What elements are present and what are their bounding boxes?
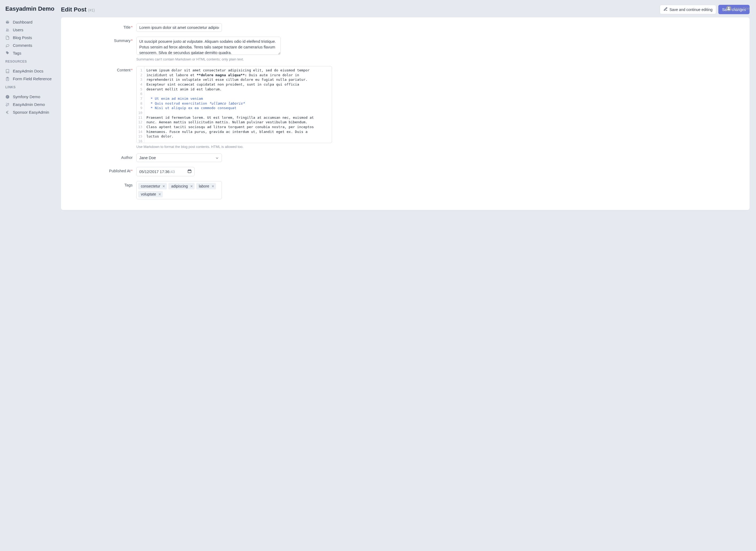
sidebar-item-users[interactable]: Users (0, 26, 61, 34)
sidebar-item-dashboard[interactable]: Dashboard (0, 18, 61, 26)
nav-label: Comments (13, 43, 32, 48)
summary-help: Summaries can't contain Markdown or HTML… (136, 57, 334, 61)
file-icon (5, 36, 10, 40)
brand-title: Easyadmin Demo (0, 5, 61, 16)
sidebar-item-easyadmin-demo[interactable]: EasyAdmin Demo (0, 101, 61, 108)
svg-point-0 (6, 29, 7, 30)
tag-remove-icon[interactable]: ✕ (158, 192, 161, 196)
symfony-icon (5, 95, 10, 99)
sidebar: Easyadmin Demo DashboardUsersBlog PostsC… (0, 0, 61, 551)
gauge-icon (5, 20, 10, 24)
label-content: Content* (67, 66, 136, 72)
avatar-icon (726, 6, 731, 11)
euro-icon (5, 110, 10, 114)
label-author: Author (67, 153, 136, 160)
author-select[interactable]: Jane Doe (136, 153, 222, 162)
nav-label: EasyAdmin Demo (13, 102, 45, 107)
nav-heading-resources: RESOURCES (0, 57, 61, 65)
form-card: Title* Summary* Ut suscipit posuere just… (61, 17, 750, 210)
svg-point-6 (6, 95, 9, 98)
label-published-at: Published At* (67, 167, 136, 173)
sidebar-item-easyadmin-docs[interactable]: EasyAdmin Docs (0, 67, 61, 75)
calendar-icon (187, 169, 192, 174)
nav-label: Blog Posts (13, 35, 32, 40)
nav-label: Sponsor EasyAdmin (13, 110, 49, 114)
tag-labore: labore✕ (196, 183, 216, 189)
user-menu[interactable]: Jane Doe (726, 6, 750, 11)
nav-label: Symfony Demo (13, 94, 40, 99)
wand-icon (5, 102, 10, 107)
tag-consectetur: consectetur✕ (138, 183, 167, 189)
save-continue-button[interactable]: Save and continue editing (660, 5, 716, 14)
content-help: Use Markdown to format the blog post con… (136, 145, 334, 149)
clipboard-icon (5, 77, 10, 81)
user-name: Jane Doe (734, 6, 750, 11)
sidebar-item-blog-posts[interactable]: Blog Posts (0, 34, 61, 41)
svg-point-9 (728, 7, 729, 9)
nav-label: EasyAdmin Docs (13, 69, 43, 73)
users-icon (5, 28, 10, 32)
tag-voluptate: voluptate✕ (138, 191, 163, 197)
svg-rect-11 (188, 170, 191, 171)
nav-label: Users (13, 28, 23, 32)
sidebar-item-tags[interactable]: Tags (0, 49, 61, 57)
book-icon (5, 69, 10, 73)
nav-label: Dashboard (13, 20, 32, 24)
label-tags: Tags (67, 181, 136, 187)
sidebar-item-form-field-reference[interactable]: Form Field Reference (0, 75, 61, 83)
nav-heading-links: LINKS (0, 83, 61, 91)
summary-textarea[interactable]: Ut suscipit posuere justo at vulputate. … (136, 37, 281, 55)
svg-point-1 (8, 29, 9, 30)
label-summary: Summary* (67, 37, 136, 43)
sidebar-item-comments[interactable]: Comments (0, 41, 61, 49)
title-input[interactable] (136, 23, 222, 32)
tag-remove-icon[interactable]: ✕ (162, 184, 165, 188)
nav-label: Tags (13, 51, 21, 55)
tag-remove-icon[interactable]: ✕ (211, 184, 214, 188)
tags-icon (5, 51, 10, 55)
tags-input[interactable]: consectetur✕adipiscing✕labore✕voluptate✕ (136, 181, 222, 199)
sidebar-item-sponsor-easyadmin[interactable]: Sponsor EasyAdmin (0, 108, 61, 116)
content-editor[interactable]: 1234567891011121314151617 Lorem ipsum do… (136, 66, 332, 143)
tag-remove-icon[interactable]: ✕ (190, 184, 193, 188)
page-title: Edit Post (#1) (61, 6, 95, 13)
published-at-input[interactable]: 05/12/2017 17:36:43 (136, 167, 195, 176)
nav-label: Form Field Reference (13, 76, 52, 81)
comments-icon (5, 43, 10, 48)
label-title: Title* (67, 23, 136, 29)
sidebar-item-symfony-demo[interactable]: Symfony Demo (0, 93, 61, 101)
tag-adipiscing: adipiscing✕ (168, 183, 194, 189)
edit-icon (664, 7, 668, 12)
